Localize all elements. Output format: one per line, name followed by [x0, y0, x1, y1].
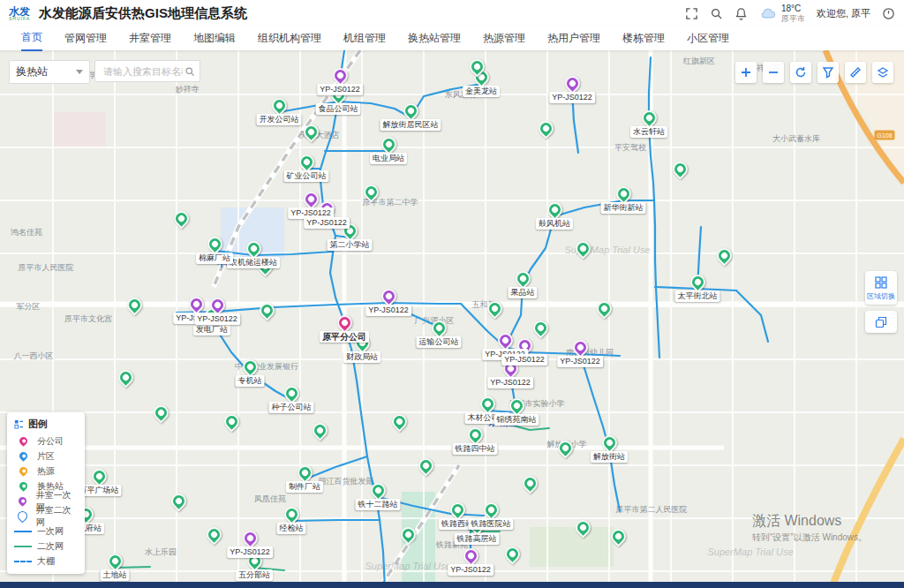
- station-pin[interactable]: [464, 424, 486, 445]
- station-pin[interactable]: [713, 245, 734, 266]
- station-label: 农机储运楼站: [227, 257, 280, 268]
- station-pin[interactable]: [519, 472, 540, 494]
- station-pin[interactable]: [115, 366, 136, 388]
- well-pin[interactable]: [329, 64, 350, 86]
- station-pin[interactable]: [593, 298, 614, 319]
- map-canvas[interactable]: 原平市实验中学妙祥寺东风新村天涯大酒店红旗新区吉祥新区平安驾校大小武蓄水库原平市…: [0, 50, 904, 588]
- station-pin[interactable]: [554, 437, 576, 458]
- nav-tab-6[interactable]: 换热站管理: [408, 26, 461, 50]
- area-switch-button[interactable]: 区域切换: [865, 271, 897, 305]
- station-pin[interactable]: [204, 233, 225, 254]
- filter-button[interactable]: [817, 62, 839, 83]
- station-pin[interactable]: [484, 298, 505, 319]
- station-pin[interactable]: [501, 543, 523, 564]
- legend-item-2: 热源: [14, 464, 78, 479]
- legend-item-1: 片区: [14, 449, 78, 464]
- nav-tab-5[interactable]: 机组管理: [343, 26, 386, 50]
- station-pin[interactable]: [599, 432, 620, 453]
- nav-tab-9[interactable]: 楼栋管理: [622, 26, 665, 50]
- station-pin[interactable]: [572, 516, 593, 538]
- well-pin[interactable]: [460, 545, 481, 566]
- well-pin[interactable]: [378, 285, 399, 306]
- station-pin[interactable]: [544, 199, 565, 220]
- station-pin[interactable]: [613, 183, 634, 204]
- nav-tab-4[interactable]: 组织机构管理: [258, 26, 321, 50]
- fullscreen-icon[interactable]: [685, 7, 698, 20]
- station-pin[interactable]: [309, 419, 330, 441]
- station-pin[interactable]: [572, 237, 593, 259]
- station-pin[interactable]: [88, 465, 109, 486]
- station-pin[interactable]: [124, 294, 145, 315]
- company-pin[interactable]: [334, 312, 355, 333]
- station-pin[interactable]: [168, 490, 189, 511]
- zoom-out-button[interactable]: [763, 62, 784, 83]
- station-pin[interactable]: [388, 411, 410, 432]
- nav-tab-7[interactable]: 热源管理: [483, 26, 525, 50]
- station-pin[interactable]: [535, 117, 556, 139]
- station-pin[interactable]: [480, 499, 501, 520]
- station-pin[interactable]: [428, 317, 449, 338]
- station-pin[interactable]: [687, 271, 708, 292]
- station-pin[interactable]: [378, 133, 399, 155]
- station-pin[interactable]: [296, 151, 317, 172]
- search-icon[interactable]: [185, 66, 195, 77]
- logout-icon[interactable]: [882, 7, 895, 20]
- well-pin[interactable]: [561, 72, 583, 94]
- station-pin[interactable]: [221, 411, 242, 432]
- station-pin[interactable]: [239, 356, 260, 377]
- station-pin[interactable]: [294, 462, 315, 483]
- nav-tab-8[interactable]: 热用户管理: [547, 26, 600, 50]
- measure-button[interactable]: [845, 62, 866, 83]
- station-label: 新华街新站: [601, 202, 646, 214]
- app-header: 水发 SHUIFA 水发能源盾安供热GIS地理信息系统 18°C 原平市 欢迎您…: [0, 0, 904, 27]
- station-pin[interactable]: [300, 121, 321, 142]
- legend-label: 二次网: [37, 540, 64, 553]
- station-pin[interactable]: [447, 499, 468, 520]
- bell-icon[interactable]: [734, 7, 748, 20]
- station-pin[interactable]: [607, 525, 629, 547]
- layer-switch-button[interactable]: [865, 311, 897, 333]
- station-pin[interactable]: [400, 100, 421, 121]
- map-search-input[interactable]: [102, 65, 185, 78]
- station-pin[interactable]: [170, 207, 192, 229]
- nav-tab-2[interactable]: 井室管理: [129, 26, 171, 50]
- station-pin[interactable]: [360, 181, 381, 202]
- well-pin[interactable]: [185, 293, 207, 314]
- chevron-down-icon: [76, 70, 83, 74]
- station-pin[interactable]: [203, 524, 224, 545]
- station-pin[interactable]: [367, 479, 388, 501]
- station-pin[interactable]: [638, 107, 659, 128]
- layers-button[interactable]: [872, 62, 893, 83]
- station-label: 锦绣苑南站: [494, 414, 539, 426]
- station-pin[interactable]: [397, 524, 418, 545]
- station-pin[interactable]: [530, 317, 551, 338]
- station-pin[interactable]: [281, 503, 302, 524]
- station-pin[interactable]: [243, 237, 264, 259]
- map-search-bar: 换热站: [9, 60, 200, 84]
- station-label: 制件厂站: [286, 481, 323, 493]
- nav-tab-3[interactable]: 地图编辑: [193, 26, 236, 50]
- nav-tab-0[interactable]: 首页: [21, 26, 42, 51]
- nav-tab-10[interactable]: 小区管理: [687, 26, 729, 50]
- well-pin[interactable]: [494, 329, 516, 351]
- station-pin[interactable]: [415, 455, 436, 476]
- station-pin[interactable]: [512, 268, 533, 289]
- station-label: 电业局站: [370, 153, 407, 164]
- search-icon[interactable]: [710, 7, 723, 20]
- reset-view-button[interactable]: [790, 62, 811, 83]
- station-pin[interactable]: [268, 94, 290, 116]
- well-pin[interactable]: [569, 336, 591, 358]
- station-pin[interactable]: [150, 402, 171, 423]
- legend-item-8: 大棚: [14, 554, 78, 569]
- nav-tab-1[interactable]: 管网管理: [64, 26, 107, 50]
- well-pin[interactable]: [239, 527, 260, 548]
- zoom-in-button[interactable]: [735, 62, 757, 83]
- station-pin[interactable]: [104, 550, 125, 571]
- layer-type-value: 换热站: [16, 64, 48, 79]
- welcome-text: 欢迎您, 原平: [817, 7, 870, 20]
- layer-type-select[interactable]: 换热站: [9, 60, 90, 84]
- station-pin[interactable]: [281, 382, 302, 403]
- station-pin[interactable]: [477, 393, 498, 414]
- station-pin[interactable]: [256, 299, 277, 320]
- station-pin[interactable]: [669, 158, 690, 179]
